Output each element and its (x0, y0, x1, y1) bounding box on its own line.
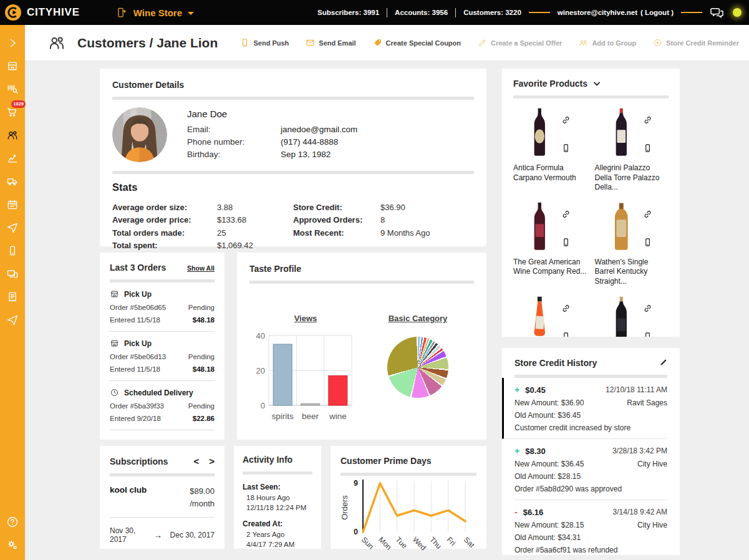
sidebar-item-settings[interactable] (0, 533, 25, 556)
target-icon (653, 38, 662, 47)
svg-text:Orders: Orders (341, 495, 349, 520)
product-link-button[interactable] (561, 209, 571, 222)
svg-text:Fri: Fri (445, 535, 458, 548)
separator (387, 8, 387, 17)
detail-row: Email:janedoe@gmail.com (187, 125, 357, 134)
show-all-link[interactable]: Show All (187, 264, 215, 272)
order-status: Pending (188, 402, 215, 410)
chat-button[interactable] (710, 6, 724, 20)
product-link-button[interactable] (561, 115, 571, 128)
detail-value: janedoe@gmail.com (281, 125, 357, 134)
product-mobile-button[interactable] (642, 237, 653, 250)
product-card: Antica Formula Carpano Vermouth (513, 107, 587, 193)
action-send-email[interactable]: Send Email (306, 38, 355, 47)
stat-label: Total orders made: (112, 228, 217, 238)
analytics-icon (6, 152, 19, 165)
chevron-right-icon (6, 37, 19, 49)
action-create-a-special-offer[interactable]: Create a Special Offer (478, 38, 562, 47)
stat-row: Average order price:$133.68 (112, 215, 293, 224)
product-mobile-button[interactable] (642, 331, 653, 337)
last-orders-card: Last 3 Orders Show All Pick UpOrder #5be… (100, 253, 225, 440)
svg-text:20: 20 (256, 366, 264, 375)
sidebar-item-plane[interactable] (0, 308, 25, 331)
product-mobile-button[interactable] (561, 331, 571, 337)
title-underline (112, 97, 474, 100)
stat-row: Most Recent:9 Months Ago (293, 228, 474, 238)
credit-datetime: 3/28/18 3:42 PM (612, 447, 667, 455)
stat-label: Total spent: (112, 241, 217, 250)
stats-title: Stats (112, 181, 474, 193)
product-card: 14 Hands Merlot (595, 296, 669, 337)
sidebar-item-send[interactable] (0, 216, 25, 239)
product-mobile-button[interactable] (561, 143, 571, 156)
customers-icon (47, 34, 66, 52)
product-card: The Great American Wine Company Red... (513, 201, 587, 287)
chevron-down-icon[interactable] (592, 79, 601, 88)
order-item[interactable]: Pick UpOrder #5be06d13PendingEntered 11/… (110, 332, 215, 381)
plane-icon (6, 314, 19, 326)
page-header: Customers / Jane Lion Send PushSend Emai… (25, 25, 749, 61)
avatar (112, 107, 167, 162)
logout-link[interactable]: ( Logout ) (640, 9, 674, 16)
order-item[interactable]: Pick UpOrder #5be06d65PendingEntered 11/… (110, 282, 215, 332)
pencil-icon (478, 38, 487, 47)
devices-icon (6, 268, 19, 280)
last-seen-label: Last Seen: (243, 483, 312, 491)
clock-icon (110, 388, 119, 397)
section-title: Customer Details (112, 80, 474, 90)
cityhive-logo-icon[interactable] (5, 4, 21, 21)
product-link-button[interactable] (642, 303, 653, 316)
sidebar-item-orders-list[interactable] (0, 285, 25, 308)
action-create-special-coupon[interactable]: Create Special Coupon (373, 38, 461, 47)
product-name[interactable]: The Great American Wine Company Red... (513, 258, 587, 277)
link-icon (642, 209, 653, 220)
store-selector[interactable]: Wine Store (116, 7, 194, 19)
product-link-button[interactable] (642, 115, 653, 128)
edit-credit-button[interactable] (659, 357, 669, 367)
prev-subscription-button[interactable]: < (193, 456, 199, 466)
stat-value: $36.90 (380, 203, 405, 212)
sidebar-item-customers[interactable] (0, 123, 25, 147)
sidebar-item-chevron-right[interactable] (0, 31, 25, 54)
cart-badge: 1029 (11, 100, 26, 108)
product-name[interactable]: Allegrini Palazzo Della Torre Palazzo De… (595, 163, 669, 193)
cart-icon (6, 106, 19, 118)
action-store-credit-reminder[interactable]: Store Credit Reminder (653, 38, 739, 47)
sidebar-item-devices[interactable] (0, 262, 25, 285)
sidebar-item-cart[interactable]: 1029 (0, 100, 25, 123)
sidebar-item-mobile[interactable] (0, 239, 25, 262)
order-type: Pick Up (124, 290, 152, 299)
stat-label: Store Credit: (293, 203, 380, 212)
notification-dot[interactable] (733, 8, 742, 17)
sidebar-item-analytics[interactable] (0, 147, 25, 170)
sidebar-item-storefront[interactable] (0, 54, 25, 77)
views-link[interactable]: Views (294, 314, 317, 323)
store-credit-card: Store Credit History +$0.4512/10/18 11:1… (502, 348, 680, 555)
action-add-to-group[interactable]: Add to Group (579, 38, 636, 47)
product-link-button[interactable] (642, 209, 653, 222)
envelope-icon (306, 38, 315, 47)
divider-dash (681, 12, 702, 13)
views-bar-chart: 02040spiritsbeerwine (251, 328, 360, 430)
product-name[interactable]: Antica Formula Carpano Vermouth (513, 163, 587, 183)
order-item[interactable]: Scheduled DeliveryOrder #5ba39f33Pending… (110, 381, 215, 430)
stat-label: Most Recent: (293, 228, 380, 238)
action-send-push[interactable]: Send Push (240, 38, 289, 47)
card-title: Last 3 Orders (110, 263, 166, 273)
topbar-metric-subscribers: Subscribers: 3991 (317, 9, 379, 16)
next-subscription-button[interactable]: > (209, 456, 215, 466)
product-mobile-button[interactable] (561, 237, 571, 250)
send-icon (6, 221, 19, 234)
sidebar-item-help[interactable] (0, 510, 25, 533)
detail-value: Sep 13, 1982 (281, 150, 331, 159)
created-at-label: Created At: (243, 519, 312, 528)
product-mobile-button[interactable] (642, 143, 653, 156)
sidebar-item-calendar[interactable] (0, 193, 25, 216)
sidebar-item-delivery-truck[interactable] (0, 170, 25, 193)
link-icon (561, 209, 571, 220)
created-relative: 2 Years Ago (243, 531, 312, 538)
product-name[interactable]: Wathen's Single Barrel Kentucky Straight… (595, 258, 669, 287)
basic-category-link[interactable]: Basic Category (389, 314, 448, 323)
product-link-button[interactable] (561, 303, 571, 316)
sidebar-item-barcode-search[interactable] (0, 77, 25, 100)
